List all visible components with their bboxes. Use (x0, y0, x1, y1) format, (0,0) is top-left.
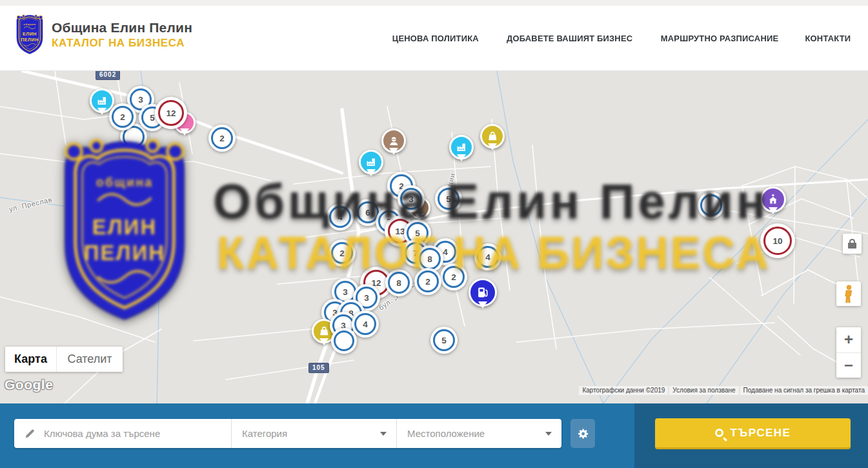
municipality-crest-icon: община ЕЛИН ПЕЛИН (14, 14, 45, 55)
crest-word-top: община (23, 23, 35, 26)
site-title: Община Елин Пелин (52, 20, 192, 36)
map-attribution: Картографски данни ©2019Условия за ползв… (578, 385, 868, 395)
search-submit-label: ТЪРСЕНЕ (731, 427, 791, 440)
attribution-link[interactable]: Условия за ползване (669, 386, 738, 395)
cluster-marker[interactable]: 8 (385, 269, 412, 296)
crest-line1: ЕЛИН (23, 32, 37, 37)
site-logo[interactable]: община ЕЛИН ПЕЛИН Община Елин Пелин КАТА… (14, 14, 192, 55)
lock-button[interactable] (843, 234, 862, 254)
church-pin-marker[interactable] (760, 187, 786, 212)
cluster-marker[interactable]: 2 (328, 239, 356, 267)
cluster-marker[interactable]: 4 (474, 243, 501, 270)
cluster-marker[interactable]: 2 (109, 103, 136, 130)
page: община ЕЛИН ПЕЛИН Община Елин Пелин КАТА… (0, 0, 868, 468)
cluster-marker[interactable]: 5 (435, 185, 462, 212)
nav-item[interactable]: ЦЕНОВА ПОЛИТИКА (392, 34, 479, 43)
header: община ЕЛИН ПЕЛИН Община Елин Пелин КАТА… (0, 6, 868, 71)
cluster-marker[interactable] (698, 192, 725, 219)
google-logo[interactable]: Google (5, 377, 53, 392)
cluster-marker[interactable]: 2 (414, 268, 441, 295)
zoom-in-button[interactable]: + (836, 327, 861, 353)
location-select-value: Местоположение (407, 428, 485, 439)
site-subtitle: КАТАЛОГ НА БИЗНЕСА (52, 37, 192, 50)
top-strip (0, 0, 868, 6)
chevron-down-icon (545, 432, 552, 436)
search-icon (715, 429, 723, 437)
cluster-marker[interactable]: 12 (155, 97, 187, 129)
map-type-button[interactable]: Карта (5, 347, 56, 372)
search-submit-button[interactable]: ТЪРСЕНЕ (655, 418, 851, 449)
pencil-icon (25, 428, 35, 439)
gear-icon (576, 427, 590, 441)
pegman-icon (844, 285, 854, 303)
cluster-marker[interactable]: 3 (398, 185, 425, 212)
satellite-type-button[interactable]: Сателит (56, 347, 123, 372)
pegman-button[interactable] (836, 281, 861, 306)
advanced-search-button[interactable] (570, 419, 595, 448)
cluster-marker[interactable]: 4 (327, 203, 354, 230)
nav-item[interactable]: КОНТАКТИ (805, 34, 851, 43)
location-select[interactable]: Местоположение (396, 419, 561, 448)
nav-item[interactable]: МАРШРУТНО РАЗПИСАНИЕ (661, 34, 778, 43)
keyword-search-input[interactable] (14, 419, 231, 448)
cluster-marker[interactable]: 5 (430, 327, 458, 354)
zoom-out-button[interactable]: − (836, 353, 861, 378)
zoom-control: + − (836, 327, 861, 378)
factory-pin-marker[interactable] (449, 135, 474, 159)
factory-pin-marker[interactable] (359, 150, 383, 174)
cluster-marker[interactable]: 2 (208, 125, 236, 152)
category-select-value: Категория (242, 428, 287, 439)
attribution-link[interactable]: Подаване на сигнал за грешка в картата (740, 386, 868, 395)
cluster-marker[interactable]: 4 (352, 310, 379, 338)
fuel-pin-marker[interactable] (469, 278, 497, 307)
road-badge: 6002 (96, 71, 120, 80)
worker-pin-marker[interactable] (381, 128, 406, 153)
main-nav: ЦЕНОВА ПОЛИТИКАДОБАВЕТЕ ВАШИЯТ БИЗНЕСМАР… (390, 6, 852, 70)
crest-line2: ПЕЛИН (21, 37, 39, 43)
cluster-marker[interactable] (331, 328, 357, 354)
category-select[interactable]: Категория (231, 419, 396, 448)
cluster-marker[interactable]: 10 (760, 223, 795, 258)
map-canvas[interactable]: 6002105 ул. Преславбул. „Новоселци"ции 3… (0, 71, 868, 403)
search-bar: Категория Местоположение ТЪРСЕНЕ (0, 403, 868, 468)
map-type-control: Карта Сателит (5, 347, 123, 372)
nav-item[interactable]: ДОБАВЕТЕ ВАШИЯТ БИЗНЕС (507, 34, 632, 43)
keyword-field-wrap (14, 419, 231, 448)
attribution-text: Картографски данни ©2019 (579, 386, 668, 395)
cluster-marker[interactable]: 2 (440, 263, 467, 290)
chevron-down-icon (380, 432, 387, 436)
search-fields: Категория Местоположение (14, 419, 561, 448)
road-badge: 105 (308, 363, 329, 373)
bag-pin-marker[interactable] (480, 124, 505, 148)
